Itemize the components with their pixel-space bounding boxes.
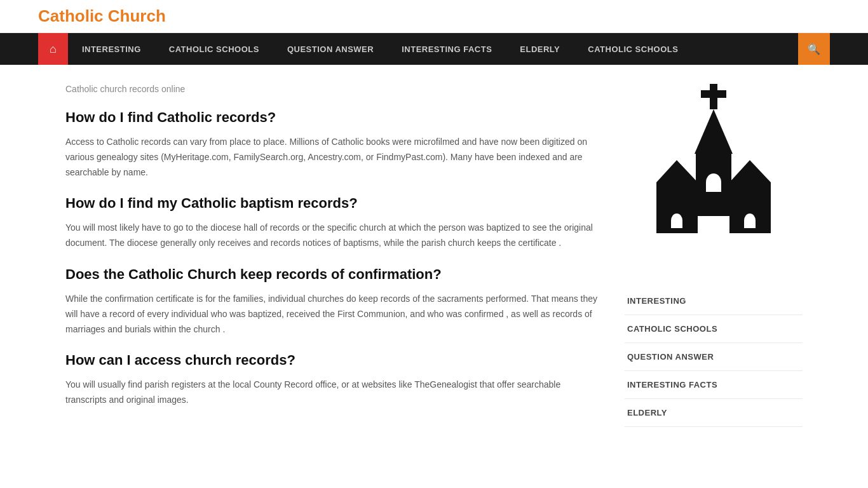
breadcrumb: Catholic church records online — [65, 84, 599, 94]
site-title[interactable]: Catholic Church — [38, 6, 166, 25]
svg-marker-13 — [729, 160, 771, 182]
home-icon: ⌂ — [50, 43, 57, 56]
svg-rect-8 — [671, 220, 682, 228]
svg-rect-15 — [729, 232, 771, 233]
section-title-2: How do I find my Catholic baptism record… — [65, 195, 599, 212]
search-icon: 🔍 — [808, 43, 820, 55]
sidebar-nav: INTERESTING CATHOLIC SCHOOLS QUESTION AN… — [625, 287, 803, 427]
section-body-2: You will most likely have to go to the d… — [65, 220, 599, 251]
home-button[interactable]: ⌂ — [38, 33, 68, 65]
main-content: Catholic church records online How do I … — [65, 84, 599, 427]
nav-item-interesting-facts[interactable]: INTERESTING FACTS — [388, 33, 506, 65]
sidebar-item-interesting[interactable]: INTERESTING — [625, 287, 803, 315]
sidebar: INTERESTING CATHOLIC SCHOOLS QUESTION AN… — [625, 84, 803, 427]
section-title-4: How can I access church records? — [65, 352, 599, 369]
svg-rect-5 — [706, 182, 721, 192]
svg-rect-11 — [744, 220, 756, 228]
nav-item-catholic-schools-2[interactable]: CATHOLIC SCHOOLS — [574, 33, 692, 65]
section-title-1: How do I find Catholic records? — [65, 109, 599, 126]
section-title-3: Does the Catholic Church keep records of… — [65, 266, 599, 283]
nav-item-question-answer[interactable]: QUESTION ANSWER — [273, 33, 388, 65]
svg-marker-2 — [695, 109, 733, 154]
search-button[interactable]: 🔍 — [798, 33, 830, 65]
nav-item-interesting[interactable]: INTERESTING — [68, 33, 155, 65]
section-body-4: You will usually find parish registers a… — [65, 377, 599, 408]
main-nav: ⌂ INTERESTING CATHOLIC SCHOOLS QUESTION … — [0, 33, 868, 65]
sidebar-item-question-answer[interactable]: QUESTION ANSWER — [625, 343, 803, 371]
section-body-3: While the confirmation certificate is fo… — [65, 292, 599, 337]
svg-rect-14 — [656, 232, 698, 233]
nav-item-elderly[interactable]: ELDERLY — [506, 33, 574, 65]
main-wrapper: Catholic church records online How do I … — [27, 65, 841, 446]
church-icon — [644, 84, 783, 268]
site-header: Catholic Church — [0, 0, 868, 33]
church-icon-wrap — [625, 84, 803, 268]
section-body-1: Access to Catholic records can vary from… — [65, 135, 599, 180]
nav-item-catholic-schools-1[interactable]: CATHOLIC SCHOOLS — [155, 33, 273, 65]
sidebar-item-catholic-schools[interactable]: CATHOLIC SCHOOLS — [625, 315, 803, 343]
sidebar-item-interesting-facts[interactable]: INTERESTING FACTS — [625, 371, 803, 399]
sidebar-item-elderly[interactable]: ELDERLY — [625, 399, 803, 427]
svg-marker-12 — [656, 160, 698, 182]
svg-rect-1 — [701, 90, 726, 98]
